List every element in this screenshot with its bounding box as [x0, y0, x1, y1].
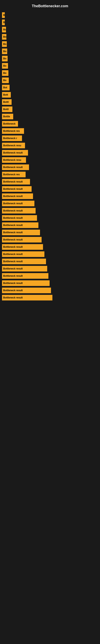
bar-label: Bottleneck resu: [2, 143, 25, 148]
bar-row: Bottleneck resu: [0, 157, 100, 163]
bar-label: Bo: [2, 48, 7, 54]
bar-row: Bottle: [0, 114, 100, 119]
bar-row: Bottleneck result: [0, 201, 100, 206]
bar-row: Bottleneck res: [0, 172, 100, 177]
bar-label: Bott: [2, 92, 11, 98]
bar-row: Bottleneck result: [0, 150, 100, 156]
bar-label: Bottleneck r: [2, 136, 22, 141]
bar-row: Bottleneck result: [0, 244, 100, 250]
bar-row: Bottleneck result: [0, 164, 100, 170]
bar-row: Bo: [0, 27, 100, 32]
bar-row: Bottleneck result: [0, 222, 100, 228]
bar-label: Bottleneck result: [2, 237, 42, 242]
bar-label: B: [2, 12, 5, 18]
bar-row: Bo: [0, 56, 100, 62]
bar-row: Bottleneck result: [0, 258, 100, 264]
bar-label: Bottleneck result: [2, 201, 34, 206]
bar-row: Bottleneck result: [0, 295, 100, 300]
bar-label: Bottleneck result: [2, 273, 49, 279]
bar-row: B: [0, 12, 100, 18]
bar-label: Bottleneck result: [2, 244, 43, 250]
bar-label: Bottleneck result: [2, 208, 36, 214]
bar-row: Bottleneck r: [0, 136, 100, 141]
bar-label: Bottleneck result: [2, 150, 28, 156]
bar-row: Bottleneck resu: [0, 143, 100, 148]
bar-label: Bo: [2, 27, 6, 32]
bar-row: Bottl: [0, 106, 100, 112]
bar-row: Bo: [0, 78, 100, 83]
bar-label: Bottleneck res: [2, 128, 24, 134]
bar-label: Bo: [2, 41, 7, 47]
bar-row: B: [0, 20, 100, 25]
bar-row: Bo: [0, 63, 100, 69]
bar-row: Bo: [0, 48, 100, 54]
bar-row: Bottleneck result: [0, 266, 100, 272]
bar-label: Bo: [2, 34, 6, 40]
bar-label: Bottleneck result: [2, 288, 51, 293]
bar-row: Bottleneck: [0, 121, 100, 126]
bar-row: Bott: [0, 92, 100, 98]
bar-row: Bottleneck result: [0, 280, 100, 286]
bar-label: Bottleneck result: [2, 295, 52, 300]
bar-label: Bot: [2, 85, 10, 90]
bar-label: Bottleneck result: [2, 179, 30, 184]
bars-container: BBBoBoBoBoBoBoBoBoBotBottBottlBottlBottl…: [0, 12, 100, 300]
bar-label: Bottl: [2, 106, 12, 112]
bar-row: Bot: [0, 85, 100, 90]
bar-label: Bo: [2, 78, 9, 83]
bar-row: Bottleneck result: [0, 288, 100, 293]
bar-row: Bo: [0, 34, 100, 40]
bar-label: Bottleneck resu: [2, 157, 26, 163]
bar-label: Bottleneck: [2, 121, 18, 126]
bar-row: Bo: [0, 41, 100, 47]
bar-row: Bottleneck result: [0, 273, 100, 279]
bar-label: Bottleneck result: [2, 186, 32, 192]
bar-label: Bottleneck res: [2, 172, 26, 177]
bar-label: Bottle: [2, 114, 13, 119]
bar-row: Bottleneck result: [0, 251, 100, 257]
bar-label: B: [2, 20, 5, 25]
bar-row: Bottleneck result: [0, 194, 100, 199]
bar-row: Bottleneck result: [0, 230, 100, 235]
bar-row: Bottleneck result: [0, 186, 100, 192]
bar-label: Bottleneck result: [2, 251, 44, 257]
page-container: TheBottlenecker.com BBBoBoBoBoBoBoBoBoBo…: [0, 0, 100, 304]
bar-label: Bottleneck result: [2, 266, 47, 272]
bar-label: Bo: [2, 70, 8, 76]
bar-row: Bottl: [0, 99, 100, 105]
bar-label: Bottleneck result: [2, 194, 33, 199]
bar-label: Bottl: [2, 99, 12, 105]
bar-row: Bottleneck result: [0, 237, 100, 242]
site-title: TheBottlenecker.com: [0, 2, 100, 12]
bar-label: Bottleneck result: [2, 215, 37, 221]
bar-label: Bottleneck result: [2, 280, 50, 286]
bar-label: Bottleneck result: [2, 222, 38, 228]
bar-row: Bo: [0, 70, 100, 76]
bar-label: Bottleneck result: [2, 258, 46, 264]
bar-label: Bo: [2, 63, 8, 69]
bar-label: Bottleneck result: [2, 230, 40, 235]
bar-row: Bottleneck result: [0, 208, 100, 214]
bar-label: Bottleneck result: [2, 164, 29, 170]
bar-row: Bottleneck res: [0, 128, 100, 134]
bar-row: Bottleneck result: [0, 179, 100, 184]
bar-row: Bottleneck result: [0, 215, 100, 221]
bar-label: Bo: [2, 56, 8, 62]
